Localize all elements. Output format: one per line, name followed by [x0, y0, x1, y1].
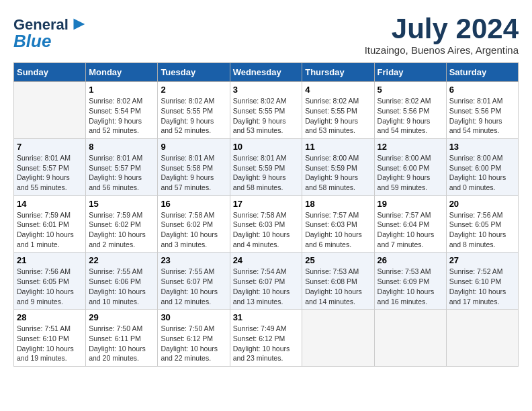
day-number: 29	[89, 312, 154, 322]
day-info: Sunrise: 8:02 AM Sunset: 5:55 PM Dayligh…	[161, 96, 226, 136]
day-number: 25	[305, 255, 371, 265]
logo: General► Blue	[13, 13, 89, 50]
calendar-cell: 8Sunrise: 8:01 AM Sunset: 5:57 PM Daylig…	[86, 138, 158, 195]
day-info: Sunrise: 7:55 AM Sunset: 6:06 PM Dayligh…	[89, 267, 154, 306]
calendar-cell: 11Sunrise: 8:00 AM Sunset: 5:59 PM Dayli…	[302, 138, 374, 195]
calendar-cell: 4Sunrise: 8:02 AM Sunset: 5:55 PM Daylig…	[302, 82, 374, 139]
calendar-header-saturday: Saturday	[446, 63, 518, 82]
calendar-cell: 14Sunrise: 7:59 AM Sunset: 6:01 PM Dayli…	[14, 195, 86, 253]
calendar-cell: 16Sunrise: 7:58 AM Sunset: 6:02 PM Dayli…	[158, 195, 230, 253]
day-number: 24	[233, 255, 300, 265]
day-number: 22	[89, 255, 154, 265]
calendar-cell: 20Sunrise: 7:56 AM Sunset: 6:05 PM Dayli…	[446, 195, 518, 253]
day-info: Sunrise: 7:50 AM Sunset: 6:11 PM Dayligh…	[89, 324, 154, 363]
calendar-header-friday: Friday	[374, 63, 446, 82]
day-info: Sunrise: 7:56 AM Sunset: 6:05 PM Dayligh…	[17, 267, 83, 306]
day-info: Sunrise: 7:59 AM Sunset: 6:02 PM Dayligh…	[89, 210, 154, 250]
calendar-week-row: 21Sunrise: 7:56 AM Sunset: 6:05 PM Dayli…	[14, 253, 519, 310]
day-number: 1	[89, 85, 154, 95]
calendar-header-row: SundayMondayTuesdayWednesdayThursdayFrid…	[14, 63, 519, 82]
day-info: Sunrise: 7:56 AM Sunset: 6:05 PM Dayligh…	[449, 210, 515, 250]
day-info: Sunrise: 8:00 AM Sunset: 6:00 PM Dayligh…	[378, 153, 443, 193]
calendar-cell: 27Sunrise: 7:52 AM Sunset: 6:10 PM Dayli…	[446, 253, 518, 310]
calendar-cell: 28Sunrise: 7:51 AM Sunset: 6:10 PM Dayli…	[14, 310, 86, 367]
day-number: 23	[161, 255, 226, 265]
calendar-cell	[446, 310, 518, 367]
calendar-header-tuesday: Tuesday	[158, 63, 230, 82]
calendar-cell: 9Sunrise: 8:01 AM Sunset: 5:58 PM Daylig…	[158, 138, 230, 195]
calendar-cell: 6Sunrise: 8:01 AM Sunset: 5:56 PM Daylig…	[446, 82, 518, 139]
day-number: 5	[378, 85, 443, 95]
day-number: 28	[17, 312, 83, 322]
day-number: 16	[161, 199, 226, 209]
day-info: Sunrise: 8:01 AM Sunset: 5:59 PM Dayligh…	[233, 153, 300, 193]
calendar-week-row: 7Sunrise: 8:01 AM Sunset: 5:57 PM Daylig…	[14, 138, 519, 195]
calendar-cell: 13Sunrise: 8:00 AM Sunset: 6:00 PM Dayli…	[446, 138, 518, 195]
day-info: Sunrise: 7:51 AM Sunset: 6:10 PM Dayligh…	[17, 324, 83, 363]
calendar-cell: 2Sunrise: 8:02 AM Sunset: 5:55 PM Daylig…	[158, 82, 230, 139]
day-info: Sunrise: 7:49 AM Sunset: 6:12 PM Dayligh…	[233, 324, 300, 363]
day-number: 2	[161, 85, 226, 95]
calendar-cell: 25Sunrise: 7:53 AM Sunset: 6:08 PM Dayli…	[302, 253, 374, 310]
day-info: Sunrise: 8:01 AM Sunset: 5:57 PM Dayligh…	[89, 153, 154, 193]
calendar-header-sunday: Sunday	[14, 63, 86, 82]
calendar-cell: 22Sunrise: 7:55 AM Sunset: 6:06 PM Dayli…	[86, 253, 158, 310]
location: Ituzaingo, Buenos Aires, Argentina	[365, 44, 519, 56]
day-number: 21	[17, 255, 83, 265]
day-info: Sunrise: 8:02 AM Sunset: 5:55 PM Dayligh…	[305, 96, 371, 136]
calendar-week-row: 1Sunrise: 8:02 AM Sunset: 5:54 PM Daylig…	[14, 82, 519, 139]
day-number: 8	[89, 142, 154, 152]
day-info: Sunrise: 7:53 AM Sunset: 6:08 PM Dayligh…	[305, 267, 371, 306]
day-info: Sunrise: 8:00 AM Sunset: 5:59 PM Dayligh…	[305, 153, 371, 193]
calendar-cell: 21Sunrise: 7:56 AM Sunset: 6:05 PM Dayli…	[14, 253, 86, 310]
day-number: 4	[305, 85, 371, 95]
calendar-cell: 7Sunrise: 8:01 AM Sunset: 5:57 PM Daylig…	[14, 138, 86, 195]
calendar-cell: 3Sunrise: 8:02 AM Sunset: 5:55 PM Daylig…	[230, 82, 302, 139]
month-title: July 2024	[365, 13, 519, 44]
day-number: 19	[378, 199, 443, 209]
calendar-cell: 1Sunrise: 8:02 AM Sunset: 5:54 PM Daylig…	[86, 82, 158, 139]
calendar-cell: 23Sunrise: 7:55 AM Sunset: 6:07 PM Dayli…	[158, 253, 230, 310]
day-number: 11	[305, 142, 371, 152]
day-number: 27	[449, 255, 515, 265]
calendar-cell: 26Sunrise: 7:53 AM Sunset: 6:09 PM Dayli…	[374, 253, 446, 310]
calendar-cell: 17Sunrise: 7:58 AM Sunset: 6:03 PM Dayli…	[230, 195, 302, 253]
calendar-cell: 10Sunrise: 8:01 AM Sunset: 5:59 PM Dayli…	[230, 138, 302, 195]
day-info: Sunrise: 7:55 AM Sunset: 6:07 PM Dayligh…	[161, 267, 226, 306]
day-number: 31	[233, 312, 300, 322]
day-info: Sunrise: 7:53 AM Sunset: 6:09 PM Dayligh…	[378, 267, 443, 306]
day-number: 20	[449, 199, 515, 209]
calendar-week-row: 14Sunrise: 7:59 AM Sunset: 6:01 PM Dayli…	[14, 195, 519, 253]
day-info: Sunrise: 8:01 AM Sunset: 5:57 PM Dayligh…	[17, 153, 83, 193]
calendar-cell: 24Sunrise: 7:54 AM Sunset: 6:07 PM Dayli…	[230, 253, 302, 310]
day-info: Sunrise: 7:59 AM Sunset: 6:01 PM Dayligh…	[17, 210, 83, 250]
calendar-cell: 31Sunrise: 7:49 AM Sunset: 6:12 PM Dayli…	[230, 310, 302, 367]
calendar-cell: 29Sunrise: 7:50 AM Sunset: 6:11 PM Dayli…	[86, 310, 158, 367]
calendar-header-monday: Monday	[86, 63, 158, 82]
day-info: Sunrise: 7:54 AM Sunset: 6:07 PM Dayligh…	[233, 267, 300, 306]
calendar-cell: 15Sunrise: 7:59 AM Sunset: 6:02 PM Dayli…	[86, 195, 158, 253]
day-number: 26	[378, 255, 443, 265]
calendar-cell: 5Sunrise: 8:02 AM Sunset: 5:56 PM Daylig…	[374, 82, 446, 139]
day-info: Sunrise: 8:02 AM Sunset: 5:55 PM Dayligh…	[233, 96, 300, 136]
day-number: 6	[449, 85, 515, 95]
day-number: 15	[89, 199, 154, 209]
calendar-cell: 30Sunrise: 7:50 AM Sunset: 6:12 PM Dayli…	[158, 310, 230, 367]
day-info: Sunrise: 8:02 AM Sunset: 5:54 PM Dayligh…	[89, 96, 154, 136]
day-number: 3	[233, 85, 300, 95]
calendar-cell	[374, 310, 446, 367]
calendar-cell: 18Sunrise: 7:57 AM Sunset: 6:03 PM Dayli…	[302, 195, 374, 253]
day-number: 12	[378, 142, 443, 152]
day-info: Sunrise: 7:52 AM Sunset: 6:10 PM Dayligh…	[449, 267, 515, 306]
calendar-header-wednesday: Wednesday	[230, 63, 302, 82]
day-number: 17	[233, 199, 300, 209]
day-info: Sunrise: 7:57 AM Sunset: 6:03 PM Dayligh…	[305, 210, 371, 250]
calendar-header-thursday: Thursday	[302, 63, 374, 82]
page-header: General► Blue July 2024 Ituzaingo, Bueno…	[13, 13, 519, 56]
title-block: July 2024 Ituzaingo, Buenos Aires, Argen…	[365, 13, 519, 56]
calendar-cell	[14, 82, 86, 139]
calendar-table: SundayMondayTuesdayWednesdayThursdayFrid…	[13, 62, 519, 367]
day-info: Sunrise: 8:02 AM Sunset: 5:56 PM Dayligh…	[378, 96, 443, 136]
day-info: Sunrise: 8:01 AM Sunset: 5:58 PM Dayligh…	[161, 153, 226, 193]
calendar-cell	[302, 310, 374, 367]
